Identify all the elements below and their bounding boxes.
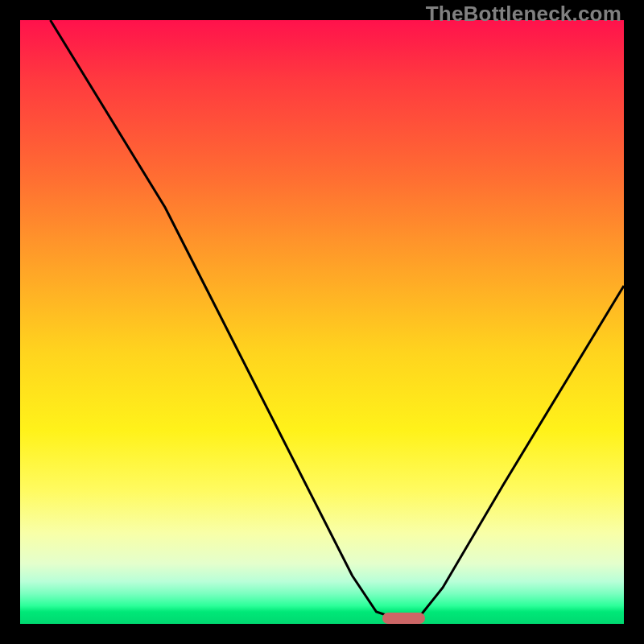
curve-svg — [20, 20, 624, 624]
bottleneck-curve — [51, 20, 625, 618]
optimal-marker — [382, 613, 425, 624]
watermark-text: TheBottleneck.com — [426, 2, 621, 27]
chart-frame: TheBottleneck.com — [0, 0, 644, 644]
